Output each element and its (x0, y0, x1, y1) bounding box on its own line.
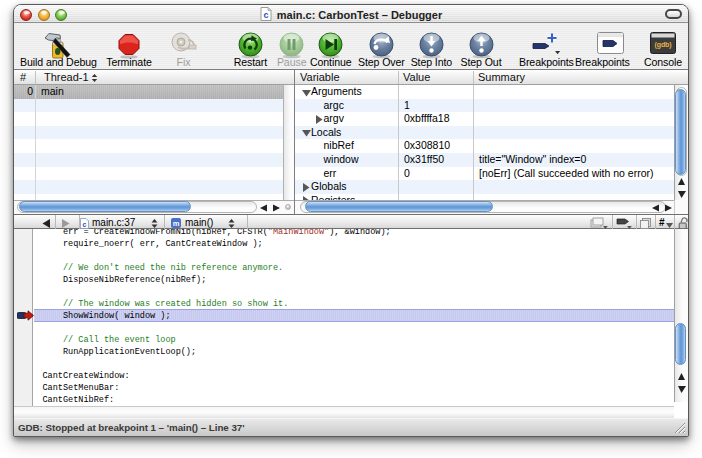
svg-text:(gdb): (gdb) (655, 40, 672, 48)
svg-text:m: m (173, 219, 180, 228)
svg-text:c: c (263, 10, 268, 20)
svg-text:c: c (83, 220, 87, 227)
